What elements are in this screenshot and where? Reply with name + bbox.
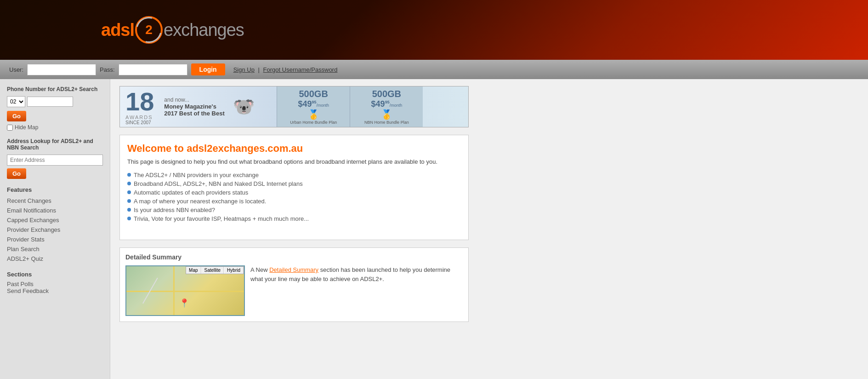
welcome-section: Welcome to adsl2exchanges.com.au This pa… (119, 135, 469, 240)
user-input[interactable] (27, 64, 96, 75)
welcome-description: This page is designed to help you find o… (127, 158, 461, 165)
phone-row: 02030708 (7, 96, 103, 107)
login-bar: User: Pass: Login Sign Up | Forgot Usern… (0, 60, 868, 79)
sidebar: Phone Number for ADSL2+ Search 02030708 … (0, 79, 110, 379)
welcome-heading: Welcome to adsl2exchanges.com.au (127, 143, 461, 155)
list-item: Capped Exchanges (7, 215, 103, 225)
award-num: 18 (125, 89, 154, 115)
logo: adsl 2 exchanges (101, 16, 244, 44)
provider-stats-link[interactable]: Provider Stats (7, 236, 45, 243)
address-go-button[interactable]: Go (7, 168, 26, 179)
phone-prefix-select[interactable]: 02030708 (7, 96, 25, 107)
detail-inner: Map Satellite Hybrid 📍 A New Detailed Su… (125, 265, 463, 316)
plan2-gb: 500GB (354, 89, 419, 99)
list-item: Provider Stats (7, 235, 103, 244)
detailed-summary-link[interactable]: Detailed Summary (269, 266, 318, 273)
detailed-summary-section: Detailed Summary Map Satellite Hybrid 📍 (119, 247, 469, 322)
send-feedback-link[interactable]: Send Feedback (7, 287, 49, 294)
pass-label: Pass: (100, 66, 115, 73)
logo-2-text: 2 (145, 23, 153, 37)
list-item: Past Polls (7, 281, 103, 287)
bullet-dot (127, 208, 131, 212)
banner-plan-1[interactable]: 500GB $4995/month 🥇 Urban Home Bundle Pl… (277, 86, 350, 127)
main-layout: Phone Number for ADSL2+ Search 02030708 … (0, 79, 868, 379)
map-toolbar: Map Satellite Hybrid (186, 266, 244, 274)
map-pin: 📍 (179, 298, 189, 308)
banner-middle-text: and now... Money Magazine's 2017 Best of… (164, 97, 225, 117)
provider-exchanges-link[interactable]: Provider Exchanges (7, 226, 60, 233)
hide-map-checkbox[interactable] (7, 125, 13, 131)
pass-input[interactable] (119, 64, 187, 75)
sections-section: Sections Past Polls Send Feedback (7, 271, 103, 294)
list-item: Provider Exchanges (7, 225, 103, 235)
promo-banner: 18 AWARDS SINCE 2007 and now... Money Ma… (119, 86, 469, 127)
bullet-text: The ADSL2+ / NBN providers in your excha… (134, 172, 259, 178)
features-list: Recent Changes Email Notifications Cappe… (7, 196, 103, 264)
phone-number-input[interactable] (27, 97, 73, 107)
separator: | (258, 66, 260, 73)
map-tab[interactable]: Map (186, 267, 201, 274)
banner-award-section: 18 AWARDS SINCE 2007 and now... Money Ma… (120, 86, 277, 127)
content-area: 18 AWARDS SINCE 2007 and now... Money Ma… (110, 79, 868, 379)
hide-map-label: Hide Map (15, 124, 38, 131)
forgot-link[interactable]: Forgot Username/Password (263, 66, 338, 73)
bullet-text: Automatic updates of each providers stat… (134, 189, 248, 196)
adsl-quiz-link[interactable]: ADSL2+ Quiz (7, 255, 43, 262)
address-label: Address Lookup for ADSL2+ and NBN Search (7, 138, 103, 151)
logo-exchanges: exchanges (164, 20, 244, 40)
capped-exchanges-link[interactable]: Capped Exchanges (7, 217, 59, 224)
email-notifications-link[interactable]: Email Notifications (7, 207, 56, 214)
address-lookup-section: Address Lookup for ADSL2+ and NBN Search… (7, 138, 103, 179)
sections-list: Past Polls Send Feedback (7, 281, 103, 294)
plan2-medal: 🥇 (354, 109, 419, 120)
feature-bullets-list: The ADSL2+ / NBN providers in your excha… (127, 171, 461, 223)
phone-go-button[interactable]: Go (7, 111, 26, 121)
hide-map-row: Hide Map (7, 124, 103, 131)
bullet-item: A map of where your nearest exchange is … (127, 197, 461, 206)
list-item: Send Feedback (7, 287, 103, 294)
list-item: Email Notifications (7, 206, 103, 215)
past-polls-link[interactable]: Past Polls (7, 281, 34, 287)
plan1-name: Urban Home Bundle Plan (281, 120, 346, 125)
sections-title: Sections (7, 271, 103, 278)
banner-award-number: 18 AWARDS SINCE 2007 (125, 89, 154, 125)
bullet-item: Automatic updates of each providers stat… (127, 188, 461, 197)
signup-link[interactable]: Sign Up (233, 66, 255, 73)
list-item: ADSL2+ Quiz (7, 254, 103, 264)
bullet-dot (127, 182, 131, 185)
list-item: Plan Search (7, 244, 103, 254)
and-now: and now... (164, 97, 225, 103)
plan1-medal: 🥇 (281, 109, 346, 120)
bullet-item: Trivia, Vote for your favourite ISP, Hea… (127, 214, 461, 223)
logo-adsl: adsl (101, 20, 134, 40)
bullet-text: Trivia, Vote for your favourite ISP, Hea… (134, 215, 309, 222)
features-title: Features (7, 186, 103, 193)
phone-search-section: Phone Number for ADSL2+ Search 02030708 … (7, 86, 103, 131)
magazine-name: Money Magazine's (164, 103, 225, 110)
login-button[interactable]: Login (191, 63, 225, 75)
user-label: User: (9, 66, 23, 73)
bullet-text: Broadband ADSL, ADSL2+, NBN and Naked DS… (134, 180, 303, 187)
bullet-text: Is your address NBN enabled? (134, 207, 215, 213)
banner-plan-2[interactable]: 500GB $4995/month 🥇 NBN Home Bundle Plan (350, 86, 423, 127)
map-road-2 (126, 291, 244, 292)
header: adsl 2 exchanges (0, 0, 868, 60)
hybrid-tab[interactable]: Hybrid (224, 267, 244, 274)
detail-description: A New Detailed Summary section has been … (250, 265, 463, 316)
phone-search-label: Phone Number for ADSL2+ Search (7, 86, 103, 92)
detailed-summary-title: Detailed Summary (125, 253, 463, 261)
login-links: Sign Up | Forgot Username/Password (233, 66, 338, 73)
satellite-tab[interactable]: Satellite (202, 267, 224, 274)
plan1-price: $4995/month (281, 99, 346, 109)
banner-koala: 🐨 (233, 97, 255, 117)
recent-changes-link[interactable]: Recent Changes (7, 197, 51, 204)
address-input[interactable] (7, 155, 103, 166)
bullet-dot (127, 217, 131, 220)
plan1-gb: 500GB (281, 89, 346, 99)
list-item: Recent Changes (7, 196, 103, 206)
since-label: SINCE 2007 (125, 120, 154, 125)
map-preview[interactable]: Map Satellite Hybrid 📍 (125, 265, 245, 316)
logo-circle: 2 (135, 16, 163, 44)
plan-search-link[interactable]: Plan Search (7, 246, 40, 253)
features-section: Features Recent Changes Email Notificati… (7, 186, 103, 264)
